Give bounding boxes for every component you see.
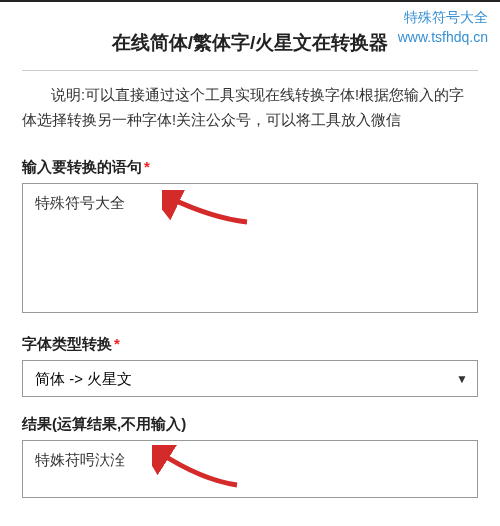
watermark-url: www.tsfhdq.cn [398, 28, 488, 48]
divider [22, 70, 478, 71]
input-label: 输入要转换的语句* [22, 158, 478, 177]
result-group: 结果(运算结果,不用输入) [22, 415, 478, 502]
result-textarea[interactable] [22, 440, 478, 498]
result-label: 结果(运算结果,不用输入) [22, 415, 478, 434]
type-group: 字体类型转换* 简体 -> 火星文 ▼ [22, 335, 478, 397]
required-mark: * [144, 158, 150, 175]
description-text: 说明:可以直接通过这个工具实现在线转换字体!根据您输入的字体选择转换另一种字体!… [22, 83, 478, 132]
type-select[interactable]: 简体 -> 火星文 [22, 360, 478, 397]
watermark: 特殊符号大全 www.tsfhdq.cn [398, 8, 488, 47]
type-label: 字体类型转换* [22, 335, 478, 354]
input-textarea[interactable] [22, 183, 478, 313]
watermark-title: 特殊符号大全 [398, 8, 488, 28]
input-label-text: 输入要转换的语句 [22, 158, 142, 175]
required-mark: * [114, 335, 120, 352]
type-label-text: 字体类型转换 [22, 335, 112, 352]
main-container: 在线简体/繁体字/火星文在转换器 说明:可以直接通过这个工具实现在线转换字体!根… [0, 0, 500, 522]
type-select-wrap: 简体 -> 火星文 ▼ [22, 360, 478, 397]
input-group: 输入要转换的语句* [22, 158, 478, 317]
